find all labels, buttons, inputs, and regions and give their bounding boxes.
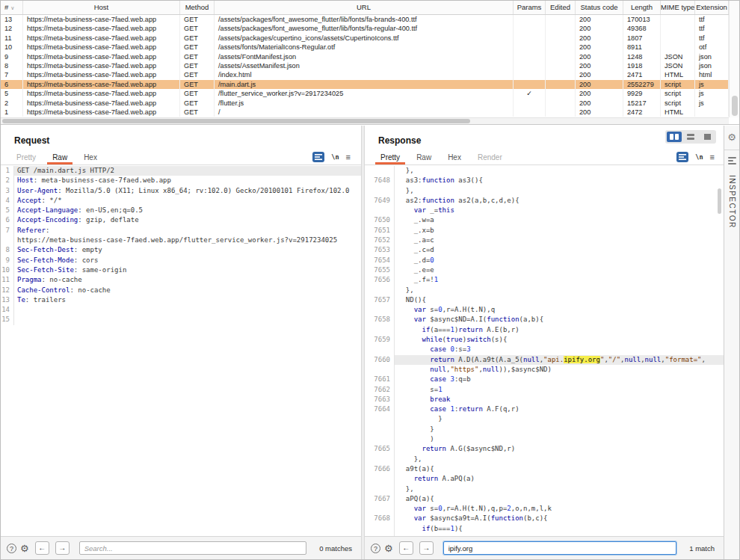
layout-columns-button[interactable] — [667, 132, 682, 142]
code-line: 7653 _.c=d — [365, 245, 724, 255]
history-row-2[interactable]: 2https://meta-business-case-7faed.web.ap… — [1, 99, 729, 108]
column-header-ext[interactable]: Extension — [695, 1, 729, 14]
cell-edited — [546, 108, 576, 117]
column-header-url[interactable]: URL — [215, 1, 514, 14]
code-line: 3User-Agent: Mozilla/5.0 (X11; Linux x86… — [1, 186, 361, 196]
history-row-7[interactable]: 7https://meta-business-case-7faed.web.ap… — [1, 70, 729, 79]
line-content: var $async$ND=A.I(function(a,b){ — [395, 315, 724, 324]
newline-toggle-button[interactable]: \n — [331, 153, 339, 161]
column-header-num[interactable]: #∨ — [1, 1, 23, 14]
history-row-5[interactable]: 5https://meta-business-case-7faed.web.ap… — [1, 89, 729, 98]
history-row-10[interactable]: 10https://meta-business-case-7faed.web.a… — [1, 43, 729, 52]
help-icon[interactable]: ? — [371, 544, 380, 553]
search-settings-gear-icon[interactable]: ⚙ — [384, 544, 393, 553]
column-header-edited[interactable]: Edited — [546, 1, 576, 14]
layout-rows-button[interactable] — [683, 132, 698, 142]
history-row-12[interactable]: 12https://meta-business-case-7faed.web.a… — [1, 24, 729, 33]
prev-match-button[interactable]: ← — [399, 541, 413, 555]
request-tab-raw[interactable]: Raw — [47, 150, 73, 164]
line-number: 7665 — [365, 444, 395, 454]
request-search-input[interactable] — [79, 541, 307, 555]
cell-length: 170013 — [623, 15, 661, 24]
cell-status: 200 — [576, 108, 623, 117]
editor-menu-button[interactable]: ≡ — [346, 153, 351, 161]
cell-host: https://meta-business-case-7faed.web.app — [23, 70, 180, 79]
next-match-button[interactable]: → — [419, 541, 434, 555]
line-number — [365, 474, 395, 484]
response-tab-pretty[interactable]: Pretty — [375, 150, 405, 164]
response-tab-raw[interactable]: Raw — [411, 150, 437, 164]
cell-url: /flutter_service_worker.js?v=2917234025 — [215, 89, 514, 98]
history-row-8[interactable]: 8https://meta-business-case-7faed.web.ap… — [1, 61, 729, 70]
next-match-button[interactable]: → — [55, 541, 70, 555]
code-line: null,"https",null)),$async$ND) — [365, 365, 724, 375]
layout-single-button[interactable] — [700, 132, 715, 142]
inspector-label[interactable]: INSPECTOR — [728, 175, 736, 229]
code-line: case 0:s=3 — [365, 345, 724, 354]
line-content: Accept-Language: en-US,en;q=0.5 — [14, 206, 361, 215]
cell-edited — [546, 24, 576, 33]
table-vertical-scrollbar[interactable] — [729, 1, 739, 117]
line-number: 7649 — [365, 196, 395, 206]
cell-status: 200 — [576, 52, 623, 61]
cell-method: GET — [180, 15, 215, 24]
cell-num: 5 — [1, 89, 23, 98]
request-tab-hex[interactable]: Hex — [78, 150, 102, 164]
history-row-13[interactable]: 13https://meta-business-case-7faed.web.a… — [1, 15, 729, 24]
vscroll-thumb[interactable] — [732, 96, 738, 116]
request-search-bar: ? ⚙ ← → 0 matches — [1, 536, 361, 559]
cell-num: 8 — [1, 61, 23, 70]
prev-match-button[interactable]: ← — [35, 541, 49, 555]
cell-num: 13 — [1, 15, 23, 24]
editor-menu-button[interactable]: ≡ — [710, 153, 715, 161]
history-row-1[interactable]: 1https://meta-business-case-7faed.web.ap… — [1, 108, 729, 117]
history-row-9[interactable]: 9https://meta-business-case-7faed.web.ap… — [1, 52, 729, 61]
search-settings-gear-icon[interactable]: ⚙ — [20, 544, 29, 553]
line-content: _.d=0 — [395, 256, 724, 265]
column-header-method[interactable]: Method — [180, 1, 215, 14]
code-line: 7651 _.x=b — [365, 226, 724, 236]
cell-host: https://meta-business-case-7faed.web.app — [23, 99, 180, 108]
request-editor[interactable]: 1GET /main.dart.js HTTP/22Host: meta-bus… — [1, 166, 361, 536]
wrap-toggle-button[interactable] — [676, 152, 688, 162]
inspector-panel-icon[interactable] — [728, 157, 736, 166]
wrap-toggle-button[interactable] — [312, 152, 324, 162]
cell-host: https://meta-business-case-7faed.web.app — [23, 34, 180, 43]
code-line: 10Sec-Fetch-Site: same-origin — [1, 265, 361, 275]
response-match-count: 1 match — [689, 544, 715, 553]
cell-status: 200 — [576, 43, 623, 52]
settings-gear-icon[interactable]: ⚙ — [724, 132, 739, 143]
code-line: 6Accept-Encoding: gzip, deflate — [1, 215, 361, 225]
line-content: Host: meta-business-case-7faed.web.app — [14, 176, 361, 185]
hscroll-thumb[interactable] — [2, 119, 470, 123]
line-content: case 3:q=b — [395, 375, 724, 384]
response-view-tools: \n ≡ — [676, 152, 715, 162]
help-icon[interactable]: ? — [7, 544, 16, 553]
line-number: 7655 — [365, 265, 395, 275]
column-header-length[interactable]: Length — [623, 1, 661, 14]
column-header-host[interactable]: Host — [23, 1, 180, 14]
response-search-input[interactable] — [443, 541, 677, 555]
line-number — [365, 524, 395, 534]
cell-edited — [546, 52, 576, 61]
column-header-params[interactable]: Params — [514, 1, 546, 14]
response-tab-render[interactable]: Render — [472, 150, 508, 164]
line-number — [1, 236, 14, 245]
request-tab-pretty[interactable]: Pretty — [11, 150, 41, 164]
line-number: 7663 — [365, 395, 395, 404]
response-scrollbar-thumb[interactable] — [718, 188, 721, 214]
code-line: 7658 var $async$ND=A.I(function(a,b){ — [365, 315, 724, 324]
inspector-rail: ⚙ INSPECTOR — [724, 126, 739, 559]
history-row-11[interactable]: 11https://meta-business-case-7faed.web.a… — [1, 34, 729, 43]
table-horizontal-scrollbar[interactable] — [1, 117, 729, 124]
response-editor[interactable]: },7648 as3:function as3(){ },7649 as2:fu… — [365, 166, 724, 536]
response-tab-hex[interactable]: Hex — [443, 150, 466, 164]
newline-toggle-button[interactable]: \n — [695, 153, 703, 161]
column-header-mime[interactable]: MIME type — [661, 1, 695, 14]
column-header-status[interactable]: Status code — [576, 1, 623, 14]
line-content: ND(){ — [395, 295, 724, 305]
history-row-6[interactable]: 6https://meta-business-case-7faed.web.ap… — [1, 80, 729, 89]
cell-host: https://meta-business-case-7faed.web.app — [23, 43, 180, 52]
line-content: var _=this — [395, 206, 724, 215]
cell-mime: script — [661, 99, 695, 108]
